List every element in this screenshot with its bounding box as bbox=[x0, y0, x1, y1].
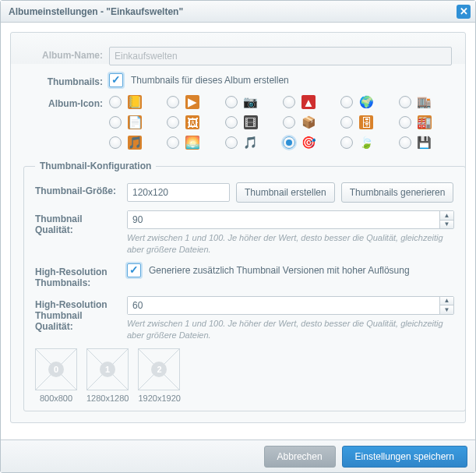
thumbnail-size-box: 2 bbox=[138, 348, 180, 390]
thumbnail-size-box: 0 bbox=[35, 348, 77, 390]
shop-icon: 🏬 bbox=[418, 95, 432, 109]
album-icon-grid: 📒▶📷▲🌍🏬📄🖼🎞📦🗄🏭🎵🌅🎵🎯🍃💾 bbox=[109, 95, 452, 150]
save-icon: 💾 bbox=[418, 136, 432, 150]
film-icon: 🎞 bbox=[244, 115, 258, 129]
thumbnail-size-label: 800x800 bbox=[35, 394, 77, 403]
window-title: Albumeinstellungen - "Einkaufswelten" bbox=[9, 6, 183, 17]
thumb-size-label: Thumbnail-Größe: bbox=[35, 182, 127, 196]
generate-thumbnails-button[interactable]: Thumbnails generieren bbox=[341, 182, 454, 203]
thumb-quality-input[interactable] bbox=[128, 211, 439, 228]
album-name-input bbox=[109, 47, 452, 65]
album-icon-option-pdf[interactable]: ▲ bbox=[283, 95, 336, 109]
box-icon: 📦 bbox=[301, 115, 316, 129]
thumb-quality-spinner[interactable]: ▲ ▼ bbox=[439, 211, 453, 228]
album-icon-option-music2[interactable]: 🎵 bbox=[225, 136, 278, 150]
album-icon-radio-play[interactable] bbox=[167, 96, 179, 108]
highres-quality-help: Wert zwischen 1 und 100. Je höher der We… bbox=[127, 318, 454, 341]
album-icon-radio-globe[interactable] bbox=[340, 96, 353, 108]
album-icon-radio-leaf[interactable] bbox=[340, 136, 353, 149]
highres-quality-input[interactable] bbox=[128, 297, 439, 314]
globe-icon: 🌍 bbox=[359, 95, 373, 109]
album-icon-radio-target[interactable] bbox=[283, 136, 295, 149]
sunset-icon: 🌅 bbox=[185, 136, 199, 150]
album-icon-radio-drawer[interactable] bbox=[340, 116, 353, 129]
album-icon-option-sunset[interactable]: 🌅 bbox=[167, 136, 220, 150]
thumbnail-size-index: 2 bbox=[151, 362, 167, 377]
play-icon: ▶ bbox=[185, 95, 199, 109]
spinner-down-icon[interactable]: ▼ bbox=[440, 305, 453, 314]
thumbnail-size-label: 1280x1280 bbox=[86, 394, 129, 403]
album-settings-window: Albumeinstellungen - "Einkaufswelten" ✕ … bbox=[0, 0, 476, 473]
thumb-size-input[interactable] bbox=[127, 183, 230, 202]
close-button[interactable]: ✕ bbox=[457, 5, 471, 19]
album-icon-option-play[interactable]: ▶ bbox=[167, 95, 220, 109]
album-icon-option-target[interactable]: 🎯 bbox=[283, 136, 336, 150]
thumbnail-size-item[interactable]: 11280x1280 bbox=[86, 348, 129, 403]
highres-label: High-Resolution Thumbnails: bbox=[35, 263, 127, 288]
image-icon: 🖼 bbox=[185, 115, 199, 129]
album-icon-option-globe[interactable]: 🌍 bbox=[340, 95, 393, 109]
album-icon-option-factory[interactable]: 🏭 bbox=[399, 115, 452, 129]
save-button[interactable]: Einstellungen speichern bbox=[342, 446, 467, 468]
create-thumbnail-button[interactable]: Thumbnail erstellen bbox=[236, 182, 335, 203]
pdf-icon: ▲ bbox=[301, 95, 316, 109]
album-name-label: Album-Name: bbox=[23, 47, 109, 61]
album-icon-option-image[interactable]: 🖼 bbox=[167, 115, 220, 129]
album-icon-option-film[interactable]: 🎞 bbox=[225, 115, 278, 129]
main-panel: Album-Name: Thumbnails: Thumbnails für d… bbox=[10, 32, 466, 423]
album-icon-radio-box[interactable] bbox=[283, 116, 295, 129]
thumb-quality-label: Thumbnail Qualität: bbox=[35, 210, 127, 235]
album-icon-radio-book[interactable] bbox=[109, 96, 122, 108]
highres-quality-field[interactable]: ▲ ▼ bbox=[127, 296, 454, 315]
thumbnail-size-index: 1 bbox=[100, 362, 115, 377]
highres-quality-spinner[interactable]: ▲ ▼ bbox=[439, 297, 453, 314]
music2-icon: 🎵 bbox=[244, 136, 258, 150]
album-icon-radio-sunset[interactable] bbox=[167, 136, 179, 149]
highres-text: Generiere zusätzlich Thumbnail Versionen… bbox=[149, 265, 410, 276]
footer: Abbrechen Einstellungen speichern bbox=[1, 439, 475, 472]
thumbnail-size-item[interactable]: 21920x1920 bbox=[138, 348, 180, 403]
factory-icon: 🏭 bbox=[418, 115, 432, 129]
group-legend: Thumbnail-Konfiguration bbox=[35, 161, 156, 171]
album-icon-option-shop[interactable]: 🏬 bbox=[399, 95, 452, 109]
spinner-up-icon[interactable]: ▲ bbox=[440, 211, 453, 221]
album-icon-option-camera[interactable]: 📷 bbox=[225, 95, 278, 109]
album-icon-radio-factory[interactable] bbox=[399, 116, 411, 129]
album-icon-option-book[interactable]: 📒 bbox=[109, 95, 162, 109]
album-icon-radio-music2[interactable] bbox=[225, 136, 238, 149]
target-icon: 🎯 bbox=[301, 136, 316, 150]
thumb-quality-field[interactable]: ▲ ▼ bbox=[127, 210, 454, 229]
album-icon-option-save[interactable]: 💾 bbox=[399, 136, 452, 150]
highres-quality-label: High-Resolution Thumbnail Qualität: bbox=[35, 296, 127, 332]
thumbnail-size-label: 1920x1920 bbox=[138, 394, 180, 403]
album-icon-radio-image[interactable] bbox=[167, 116, 179, 129]
album-icon-radio-pdf[interactable] bbox=[283, 96, 295, 108]
album-icon-option-note[interactable]: 📄 bbox=[109, 115, 162, 129]
close-icon: ✕ bbox=[460, 5, 468, 17]
album-icon-radio-shop[interactable] bbox=[399, 96, 411, 108]
album-icon-option-drawer[interactable]: 🗄 bbox=[340, 115, 393, 129]
drawer-icon: 🗄 bbox=[359, 115, 373, 129]
book-icon: 📒 bbox=[128, 95, 142, 109]
spinner-up-icon[interactable]: ▲ bbox=[440, 297, 453, 306]
album-icon-radio-save[interactable] bbox=[399, 136, 411, 149]
album-icon-radio-film[interactable] bbox=[225, 116, 238, 129]
camera-icon: 📷 bbox=[244, 95, 258, 109]
album-icon-option-leaf[interactable]: 🍃 bbox=[340, 136, 393, 150]
thumbnail-size-index: 0 bbox=[48, 362, 64, 377]
content-area: Album-Name: Thumbnails: Thumbnails für d… bbox=[1, 23, 475, 439]
thumbnails-text: Thumbnails für dieses Album erstellen bbox=[131, 75, 289, 86]
music1-icon: 🎵 bbox=[128, 136, 142, 150]
titlebar: Albumeinstellungen - "Einkaufswelten" ✕ bbox=[1, 1, 475, 23]
highres-checkbox[interactable] bbox=[127, 263, 141, 277]
album-icon-label: Album-Icon: bbox=[23, 95, 109, 109]
album-icon-radio-note[interactable] bbox=[109, 116, 122, 129]
album-icon-radio-camera[interactable] bbox=[225, 96, 238, 108]
thumbnail-size-item[interactable]: 0800x800 bbox=[35, 348, 77, 403]
album-icon-option-music1[interactable]: 🎵 bbox=[109, 136, 162, 150]
album-icon-radio-music1[interactable] bbox=[109, 136, 122, 149]
thumbnails-checkbox[interactable] bbox=[109, 73, 123, 87]
cancel-button[interactable]: Abbrechen bbox=[264, 446, 336, 468]
spinner-down-icon[interactable]: ▼ bbox=[440, 221, 453, 229]
album-icon-option-box[interactable]: 📦 bbox=[283, 115, 336, 129]
